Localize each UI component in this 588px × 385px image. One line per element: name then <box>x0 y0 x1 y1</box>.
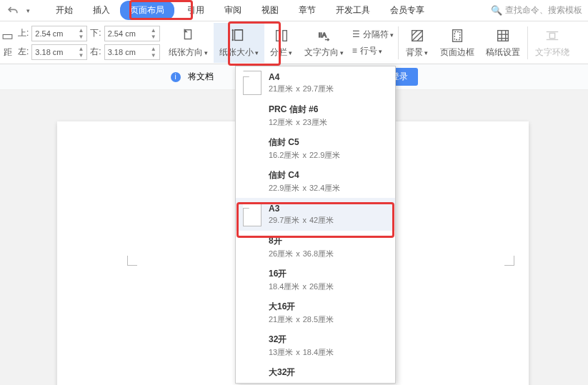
paper-size-name: 16开 <box>269 268 334 280</box>
background-button[interactable]: 背景 <box>400 23 434 63</box>
separator-button[interactable]: ☰ 分隔符 <box>352 29 394 41</box>
tab-start[interactable]: 开始 <box>46 1 83 20</box>
manuscript-button[interactable]: 稿纸设置 <box>480 23 526 63</box>
search-icon: 🔍 <box>491 5 502 16</box>
paper-thumb-icon <box>243 71 261 95</box>
paper-size-name: 大32开 <box>269 366 295 379</box>
paper-size-dims: 21厘米x28.5厘米 <box>269 314 334 325</box>
paper-size-name: 8开 <box>269 235 334 247</box>
svg-rect-4 <box>276 31 280 41</box>
ribbon-divider <box>398 26 399 59</box>
paper-size-option[interactable]: PRC 信封 #612厘米x23厘米 <box>236 99 395 132</box>
paper-size-menu[interactable]: A421厘米x29.7厘米PRC 信封 #612厘米x23厘米信封 C516.2… <box>235 66 396 384</box>
paper-size-option[interactable]: 大16开21厘米x28.5厘米 <box>236 296 395 329</box>
paper-size-option[interactable]: A421厘米x29.7厘米 <box>236 66 395 99</box>
page-border-icon <box>449 26 465 45</box>
paper-size-dims: 22.9厘米x32.4厘米 <box>269 183 340 194</box>
paper-size-dims: 16.2厘米x22.9厘米 <box>269 150 340 161</box>
svg-rect-1 <box>235 30 243 41</box>
background-icon <box>409 26 425 45</box>
spinner-icon[interactable]: ▲▼ <box>151 27 156 40</box>
page-margin-mark <box>127 256 137 266</box>
page-margin-mark <box>504 256 514 266</box>
tab-dev-tools[interactable]: 开发工具 <box>326 1 380 20</box>
paper-size-dims: 21厘米x29.7厘米 <box>269 84 334 94</box>
command-search[interactable]: 🔍 查找命令、搜索模板 <box>491 4 588 16</box>
paper-size-name: 大16开 <box>269 301 334 313</box>
margin-bottom-label: 下: <box>90 27 101 39</box>
paper-size-name: 信封 C5 <box>269 136 340 149</box>
orientation-button[interactable]: 纸张方向 <box>163 23 214 63</box>
margins-button[interactable]: ▭ 距 <box>0 23 15 63</box>
margin-left-label: 左: <box>18 46 29 58</box>
paper-size-name: A3 <box>269 204 334 214</box>
paper-size-option[interactable]: 32开13厘米x18.4厘米 <box>236 329 395 362</box>
search-placeholder: 查找命令、搜索模板 <box>505 4 582 16</box>
margins-group: 上: 2.54 cm▲▼ 下: 2.54 cm▲▼ 左: 3.18 cm▲▼ 右… <box>15 24 163 61</box>
paper-size-option[interactable]: 信封 C422.9厘米x32.4厘米 <box>236 165 395 198</box>
paper-size-name: 32开 <box>269 334 334 346</box>
paper-size-option[interactable]: A329.7厘米x42厘米 <box>236 198 395 231</box>
spinner-icon[interactable]: ▲▼ <box>151 46 156 59</box>
paper-size-option[interactable]: 大32开 <box>236 362 395 383</box>
paper-size-dims: 12厘米x23厘米 <box>269 117 327 128</box>
paper-size-name: PRC 信封 #6 <box>269 104 327 116</box>
tab-page-layout[interactable]: 页面布局 <box>120 1 174 20</box>
paper-size-dims: 29.7厘米x42厘米 <box>269 215 334 226</box>
info-icon: i <box>171 72 181 82</box>
margin-top-input[interactable]: 2.54 cm▲▼ <box>31 26 87 41</box>
paper-size-option[interactable]: 16开18.4厘米x26厘米 <box>236 264 395 296</box>
line-number-button[interactable]: ≡ 行号 <box>352 45 394 57</box>
text-wrap-button: 文字环绕 <box>529 23 575 63</box>
paper-size-option[interactable]: 信封 C516.2厘米x22.9厘米 <box>236 132 395 165</box>
paper-size-dims: 18.4厘米x26厘米 <box>269 281 334 292</box>
margin-left-input[interactable]: 3.18 cm▲▼ <box>31 44 87 60</box>
undo-icon[interactable] <box>6 4 20 18</box>
tab-insert[interactable]: 插入 <box>83 1 120 20</box>
columns-button[interactable]: 分栏 <box>264 23 299 63</box>
paper-size-dims: 26厘米x36.8厘米 <box>269 249 334 259</box>
paper-size-name: A4 <box>269 72 334 82</box>
paper-size-name: 信封 C4 <box>269 169 340 181</box>
breaks-icon: ☰ <box>352 29 360 39</box>
text-wrap-icon <box>544 26 560 45</box>
paper-size-option[interactable]: 8开26厘米x36.8厘米 <box>236 231 395 264</box>
ribbon: ▭ 距 上: 2.54 cm▲▼ 下: 2.54 cm▲▼ 左: 3.18 cm… <box>0 21 588 64</box>
manuscript-icon <box>495 26 511 45</box>
tab-vip[interactable]: 会员专享 <box>380 1 434 20</box>
margin-top-label: 上: <box>18 27 29 39</box>
svg-rect-9 <box>454 32 459 40</box>
info-text: 将文档 <box>188 71 214 83</box>
margins-icon: ▭ <box>1 26 14 45</box>
columns-icon <box>274 26 289 45</box>
undo-dropdown-icon[interactable] <box>20 4 34 18</box>
paper-size-icon <box>231 26 246 45</box>
margin-bottom-input[interactable]: 2.54 cm▲▼ <box>104 26 160 41</box>
tab-view[interactable]: 视图 <box>251 1 289 20</box>
tab-chapters[interactable]: 章节 <box>289 1 326 20</box>
orientation-icon <box>180 26 196 45</box>
tab-references[interactable]: 引用 <box>177 1 214 20</box>
spinner-icon[interactable]: ▲▼ <box>78 27 84 40</box>
breaks-group: ☰ 分隔符 ≡ 行号 <box>349 27 397 59</box>
line-number-icon: ≡ <box>352 46 357 56</box>
paper-thumb-icon <box>243 202 261 226</box>
svg-rect-10 <box>497 31 508 41</box>
margin-right-input[interactable]: 3.18 cm▲▼ <box>104 44 160 60</box>
tab-review[interactable]: 审阅 <box>214 1 251 20</box>
ribbon-divider <box>527 26 528 59</box>
svg-rect-5 <box>283 31 287 41</box>
page-border-button[interactable]: 页面边框 <box>434 23 480 63</box>
spinner-icon[interactable]: ▲▼ <box>78 46 84 59</box>
paper-size-button[interactable]: 纸张大小 <box>214 23 264 63</box>
svg-text:IIA: IIA <box>319 31 327 39</box>
text-direction-icon: IIA <box>316 26 332 45</box>
svg-rect-15 <box>549 33 554 38</box>
tab-bar: 开始 插入 页面布局 引用 审阅 视图 章节 开发工具 会员专享 🔍 查找命令、… <box>0 0 588 21</box>
margin-right-label: 右: <box>90 46 101 58</box>
text-direction-button[interactable]: IIA 文字方向 <box>299 23 349 63</box>
paper-size-dims: 13厘米x18.4厘米 <box>269 347 334 358</box>
